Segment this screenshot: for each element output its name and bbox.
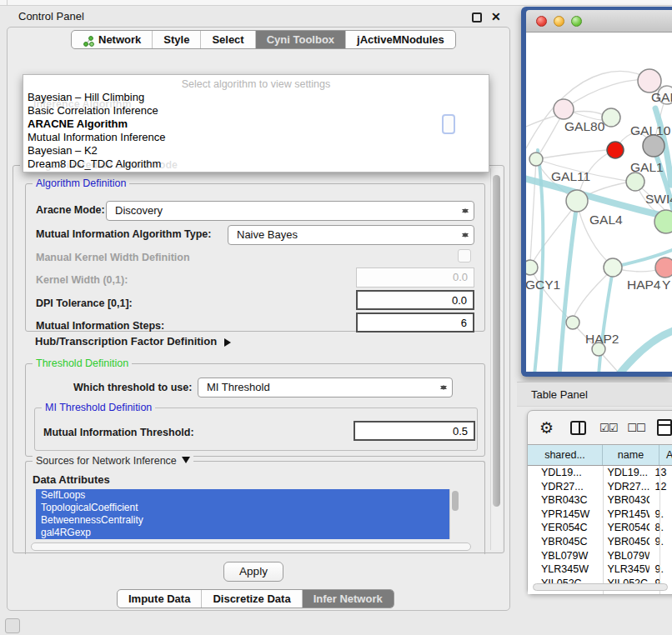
bottom-tab-discretize-data[interactable]: Discretize Data: [201, 590, 301, 608]
gear-icon[interactable]: ⚙: [539, 418, 554, 438]
column-header-name[interactable]: name: [603, 445, 659, 465]
network-window-titlebar[interactable]: [526, 10, 672, 32]
close-window-icon[interactable]: [536, 16, 547, 27]
algorithm-option-mutual-information-inference[interactable]: Mutual Information Inference: [23, 131, 489, 144]
algorithm-option-basic-correlation-inference[interactable]: Basic Correlation Inference: [23, 104, 489, 118]
network-edge[interactable]: [577, 202, 609, 262]
aracne-mode-label: Aracne Mode:: [36, 204, 105, 216]
tab-network[interactable]: Network: [72, 31, 152, 48]
table-icon[interactable]: [657, 419, 672, 436]
tab-label: jActiveMNodules: [357, 31, 444, 48]
node-label-gal7: GAL7: [651, 90, 672, 104]
bottom-tab-infer-network[interactable]: Infer Network: [302, 590, 394, 608]
network-edge[interactable]: [536, 150, 607, 159]
attribute-list-scrollbar[interactable]: [449, 489, 459, 539]
which-threshold-select[interactable]: MI Threshold: [198, 378, 453, 398]
table-row[interactable]: YDL19...YDL19...13: [528, 466, 672, 480]
network-node-gal80[interactable]: [554, 99, 574, 119]
attributes-hscrollbar[interactable]: [31, 542, 471, 551]
kernel-width-field[interactable]: 0.0: [356, 268, 474, 288]
network-edge-highlighted[interactable]: [619, 330, 672, 372]
network-edge[interactable]: [564, 80, 649, 109]
mi-threshold-field[interactable]: 0.5: [354, 421, 475, 441]
network-node-gcy1[interactable]: [526, 260, 538, 275]
settings-scrollbar-thumb[interactable]: [493, 175, 500, 507]
control-panel-tabs: NetworkStyleSelectCyni ToolboxjActiveMNo…: [71, 30, 456, 49]
attribute-item-betweennesscentrality[interactable]: BetweennessCentrality: [36, 514, 459, 527]
network-node[interactable]: [643, 135, 664, 157]
table-cell: YDL19...: [597, 466, 649, 480]
table-row[interactable]: YPR145WYPR145W9.: [528, 508, 672, 522]
close-panel-icon[interactable]: ✕: [491, 10, 501, 23]
column-header-shared[interactable]: shared...: [528, 445, 603, 465]
algorithm-option-bayesian-k2[interactable]: Bayesian – K2: [23, 144, 489, 158]
manual-kernel-checkbox[interactable]: [458, 249, 471, 262]
network-node-hap4[interactable]: [604, 258, 622, 277]
network-canvas[interactable]: GAL7GAL80GAL10GAL1GAL11SWI4GAL4GCY1HAP4Y…: [526, 32, 672, 372]
table-row[interactable]: YBL079WYBL079W: [528, 549, 672, 563]
network-node-y[interactable]: [655, 258, 672, 278]
network-node-swi4[interactable]: [626, 172, 644, 191]
table-row[interactable]: YLR345WYLR345W9.: [528, 562, 672, 577]
network-view-window[interactable]: GAL7GAL80GAL10GAL1GAL11SWI4GAL4GCY1HAP4Y…: [521, 7, 672, 377]
control-panel: NetworkStyleSelectCyni ToolboxjActiveMNo…: [7, 27, 510, 611]
node-label-hap4: HAP4: [627, 278, 661, 292]
split-columns-icon[interactable]: [570, 421, 586, 435]
attribute-item-topologicalcoefficient[interactable]: TopologicalCoefficient: [36, 502, 459, 514]
mi-steps-field[interactable]: 6: [356, 312, 474, 332]
apply-button[interactable]: Apply: [223, 562, 283, 582]
tab-jactivemnodules[interactable]: jActiveMNodules: [345, 31, 455, 48]
bottom-tab-impute-data[interactable]: Impute Data: [118, 590, 201, 608]
algorithm-option-bayesian-hill-climbing[interactable]: Bayesian – Hill Climbing: [23, 91, 489, 104]
network-node-gal7[interactable]: [638, 69, 661, 92]
network-node-gal4[interactable]: [566, 190, 588, 212]
table-panel-bar: Table Panel: [517, 382, 672, 407]
table-row[interactable]: YBR045CYBR045C9.: [528, 535, 672, 549]
data-attributes-list[interactable]: SelfLoopsTopologicalCoefficientBetweenne…: [36, 489, 459, 539]
table-row[interactable]: YDR27...YDR27...12: [528, 480, 672, 494]
table-toolbar: ⚙ ☑☑ ☐☐: [528, 411, 672, 444]
deselect-all-icon[interactable]: ☐☐: [627, 422, 644, 434]
network-edge[interactable]: [536, 117, 561, 159]
top-toolbar-edge: [0, 0, 672, 6]
hub-definition-expander[interactable]: Hub/Transcription Factor Definition: [35, 335, 235, 348]
tab-label: Cyni Toolbox: [267, 31, 334, 48]
network-edge[interactable]: [530, 160, 536, 262]
table-panel-title: Table Panel: [531, 388, 588, 401]
column-header-a[interactable]: A: [659, 445, 672, 465]
attribute-item-gal4rgexp[interactable]: gal4RGexp: [36, 527, 459, 539]
table-cell: YBR045C: [528, 535, 597, 549]
attribute-item-selfloops[interactable]: SelfLoops: [36, 489, 459, 502]
network-edge-highlighted[interactable]: [599, 270, 613, 372]
node-label-gal11: GAL11: [551, 169, 590, 183]
mi-algorithm-type-select[interactable]: Naive Bayes: [228, 225, 474, 245]
float-panel-icon[interactable]: [472, 12, 482, 22]
algorithm-option-aracne-algorithm[interactable]: ARACNE Algorithm: [23, 118, 489, 131]
network-node[interactable]: [654, 210, 672, 233]
network-node-gal10[interactable]: [602, 108, 620, 127]
table-cell: 12: [649, 480, 672, 494]
table-hscrollbar[interactable]: [533, 583, 668, 591]
minimize-window-icon[interactable]: [554, 16, 564, 27]
tab-style[interactable]: Style: [152, 31, 200, 48]
aracne-mode-select[interactable]: Discovery: [106, 201, 474, 221]
algorithm-option-dream8-dc-tdc-algorithm[interactable]: Dream8 DC_TDC Algorithm: [23, 158, 489, 171]
network-node-hap2[interactable]: [566, 316, 579, 329]
sources-legend[interactable]: Sources for Network Inference: [33, 455, 193, 468]
network-edge-highlighted[interactable]: [559, 203, 577, 372]
control-panel-title: Control Panel: [18, 10, 84, 22]
minimized-panel-icon[interactable]: [5, 618, 20, 633]
network-node-gal1[interactable]: [607, 142, 624, 158]
tab-cyni-toolbox[interactable]: Cyni Toolbox: [255, 31, 345, 48]
select-all-icon[interactable]: ☑☑: [599, 422, 617, 434]
dpi-tolerance-field[interactable]: 0.0: [356, 290, 474, 310]
tab-select[interactable]: Select: [200, 31, 254, 48]
data-attributes-label: Data Attributes: [33, 473, 110, 486]
table-cell: YDL19...: [528, 466, 597, 480]
zoom-window-icon[interactable]: [571, 16, 582, 27]
table-row[interactable]: YBR043CYBR043C: [528, 493, 672, 508]
settings-scrollbar[interactable]: [490, 168, 502, 550]
network-node-gal11[interactable]: [529, 152, 543, 166]
network-node[interactable]: [592, 342, 605, 356]
table-row[interactable]: YER054CYER054C8.: [528, 521, 672, 535]
